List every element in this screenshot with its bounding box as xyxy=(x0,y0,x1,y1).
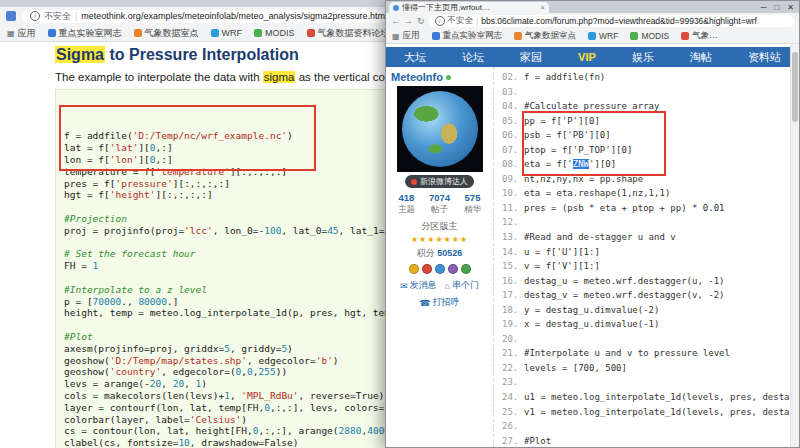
line-number: 23. xyxy=(502,375,524,390)
forum-code-line: 26. xyxy=(502,419,789,434)
line-number: 03. xyxy=(502,85,524,100)
stat-item[interactable]: 418主题 xyxy=(398,192,415,216)
forum-nav-item[interactable]: 大坛 xyxy=(404,50,426,65)
forum-nav-item[interactable]: 娱乐 xyxy=(632,50,654,65)
code-text: #Read and de-stagger u and v xyxy=(524,232,676,242)
forum-code-line: 02.f = addfile(fn) xyxy=(502,70,789,85)
bookmark-item[interactable]: WRF xyxy=(211,28,243,38)
stat-item[interactable]: 7074帖子 xyxy=(429,192,450,216)
line-number: 27. xyxy=(502,434,524,447)
forum-code-line: 11.pres = (psb * eta + ptop + pp) * 0.01 xyxy=(502,201,789,216)
bookmarks-bar: ▦ 应用 重点实验室网志气象数据室点WRFMODIS气象… xyxy=(386,29,799,44)
maximize-button[interactable]: □ xyxy=(774,3,779,12)
bookmark-favicon xyxy=(681,32,689,40)
score-value: 50526 xyxy=(437,248,462,258)
stat-label: 帖子 xyxy=(431,204,448,214)
bookmark-item[interactable]: MODIS xyxy=(254,28,295,38)
bookmark-item[interactable]: 气象数据室点 xyxy=(134,27,199,40)
code-text: pres = (psb * eta + ptop + pp) * 0.01 xyxy=(524,203,724,213)
bookmark-label: MODIS xyxy=(265,28,295,38)
forum-code-line: 25.v1 = meteo.log_interpolate_1d(levels,… xyxy=(502,405,789,420)
avatar[interactable] xyxy=(397,86,483,172)
bookmark-item[interactable]: WRF xyxy=(588,31,618,41)
bookmark-list: 重点实验室网志气象数据室点WRFMODIS气象… xyxy=(432,30,730,42)
profile-link-打招呼[interactable]: ☎打招呼 xyxy=(419,296,459,309)
apps-label[interactable]: 应用 xyxy=(403,30,420,42)
apps-grid-icon[interactable]: ▦ xyxy=(7,29,15,38)
bookmark-item[interactable]: 重点实验室网志 xyxy=(48,27,122,40)
bookmark-item[interactable]: MODIS xyxy=(630,31,669,41)
scrollbar-thumb[interactable] xyxy=(792,52,798,122)
profile-link-icon: ☎ xyxy=(419,298,430,308)
apps-label[interactable]: 应用 xyxy=(18,27,36,40)
line-number: 16. xyxy=(502,274,524,289)
line-number: 07. xyxy=(502,143,524,158)
code-text: #Calculate pressure array xyxy=(524,101,659,111)
browser-window-foreground: 懂得一下主页用,wrfout… × ─ □ ✕ ← → ↻ i 不安全 | bb… xyxy=(385,0,800,448)
user-stats: 418主题7074帖子575精华 xyxy=(391,192,488,216)
forum-nav-item[interactable]: 家园 xyxy=(520,50,542,65)
medal-icon[interactable] xyxy=(422,264,432,274)
forward-icon[interactable]: → xyxy=(404,16,413,26)
info-icon[interactable]: i xyxy=(435,16,445,26)
line-number: 25. xyxy=(502,405,524,420)
bookmark-favicon xyxy=(211,29,219,37)
bookmark-item[interactable]: 气象数据室点 xyxy=(514,30,576,42)
medal-icon[interactable] xyxy=(448,264,458,274)
weibo-badge[interactable]: 新浪微博达人 xyxy=(405,175,474,188)
stat-label: 精华 xyxy=(464,204,481,214)
forum-nav-item[interactable]: 资料站 xyxy=(748,50,781,65)
apps-grid-icon[interactable]: ▦ xyxy=(392,32,400,41)
line-number: 19. xyxy=(502,317,524,332)
forum-nav-item[interactable]: VIP xyxy=(578,51,596,63)
forum-nav-item[interactable]: 淘帖 xyxy=(690,50,712,65)
forum-code-line: 27.#Plot xyxy=(502,434,789,447)
forum-code-line: 18.y = destag_u.dimvalue(-2) xyxy=(502,303,789,318)
back-icon[interactable]: ← xyxy=(391,16,400,26)
bookmark-label: 气象数据室点 xyxy=(145,27,199,40)
reload-icon[interactable]: ↻ xyxy=(417,16,425,26)
forum-code-line: 17.destag_v = meteo.wrf.destagger(v, -2) xyxy=(502,288,789,303)
profile-link-发消息[interactable]: ✉发消息 xyxy=(400,279,437,292)
line-number: 21. xyxy=(502,346,524,361)
stat-value: 7074 xyxy=(429,192,450,203)
forum-code-line: 21.#Interpolate u and v to pressure leve… xyxy=(502,346,789,361)
info-icon[interactable]: i xyxy=(30,11,40,21)
highlighted-title-word: Sigma xyxy=(55,46,105,63)
address-bar[interactable]: i 不安全 | bbs.06climate.com/forum.php?mod=… xyxy=(429,15,794,27)
profile-link-串个门[interactable]: ⌂串个门 xyxy=(445,279,479,292)
minimize-button[interactable]: ─ xyxy=(761,3,767,12)
tab-close-icon[interactable]: × xyxy=(540,3,545,12)
code-text xyxy=(524,334,529,344)
stat-item[interactable]: 575精华 xyxy=(464,192,481,216)
weibo-badge-label: 新浪微博达人 xyxy=(420,176,468,187)
bookmark-item[interactable]: 气象… xyxy=(681,30,718,42)
line-number: 17. xyxy=(502,288,524,303)
forum-code-line: 20. xyxy=(502,332,789,347)
stat-value: 418 xyxy=(398,192,415,203)
bookmark-label: 气象数据室点 xyxy=(525,30,576,42)
line-number: 02. xyxy=(502,70,524,85)
online-status-icon xyxy=(446,75,451,80)
bookmark-label: WRF xyxy=(222,28,243,38)
scrollbar[interactable] xyxy=(790,44,799,447)
username-link[interactable]: MeteoInfo xyxy=(391,71,443,83)
code-text xyxy=(524,377,529,387)
bookmark-item[interactable]: 气象数据资料论坛 xyxy=(307,27,390,40)
close-button[interactable]: ✕ xyxy=(787,3,794,12)
medal-icon[interactable] xyxy=(435,264,445,274)
forum-code-line: 22.levels = [700, 500] xyxy=(502,361,789,376)
forum-code-line: 10.eta = eta.reshape(1,nz,1,1) xyxy=(502,186,789,201)
user-score: 积分 50526 xyxy=(391,247,488,260)
medal-icon[interactable] xyxy=(461,264,471,274)
bookmark-item[interactable]: 重点实验室网志 xyxy=(432,30,503,42)
browser-tab[interactable]: 懂得一下主页用,wrfout… × xyxy=(389,2,549,13)
extension-icon[interactable] xyxy=(6,11,16,21)
medal-icon[interactable] xyxy=(409,264,419,274)
username-row: MeteoInfo xyxy=(391,71,488,83)
tab-strip: 懂得一下主页用,wrfout… × ─ □ ✕ xyxy=(386,1,799,13)
code-text: destag_u = meteo.wrf.destagger(u, -1) xyxy=(524,276,724,286)
forum-nav-item[interactable]: 论坛 xyxy=(462,50,484,65)
url-text: bbs.06climate.com/forum.php?mod=viewthre… xyxy=(481,16,757,26)
code-text: eta = eta.reshape(1,nz,1,1) xyxy=(524,188,670,198)
